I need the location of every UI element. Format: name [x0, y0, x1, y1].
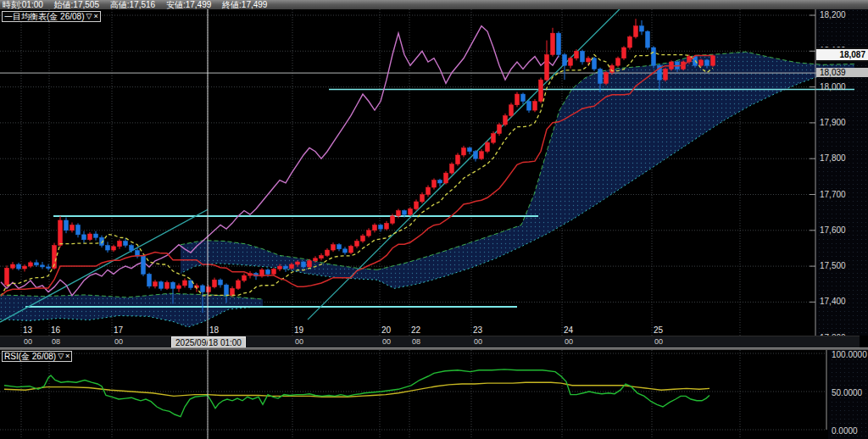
rsi-chart-canvas[interactable]	[0, 350, 868, 439]
collapse-icon[interactable]: ▽	[86, 12, 92, 21]
rsi-label-text: RSI(金 26/08)	[4, 352, 56, 361]
time-label: 00	[474, 337, 482, 346]
rsi-axis-label: 50.0000	[832, 388, 867, 397]
date-label: 24	[564, 325, 574, 335]
date-label: 20	[381, 325, 392, 335]
price-axis-label: 18,000	[816, 82, 867, 92]
info-open: 始値:17,505	[54, 0, 99, 9]
crosshair-strip-segment	[208, 336, 209, 348]
time-label: 08	[412, 337, 420, 346]
rsi-axis-label: 100.0000	[832, 350, 867, 359]
time-axis-strip: 2025/09/18 01:00 000800000008000000	[0, 336, 860, 348]
info-close: 終値:17,499	[222, 0, 267, 9]
ichimoku-indicator-label: 一目均衡表(金 26/08) ▽ ×	[2, 11, 101, 22]
rsi-collapse-icon[interactable]: ▽	[58, 352, 64, 361]
rsi-indicator-label: RSI(金 26/08) ▽ ×	[2, 351, 72, 362]
price-axis-label: 17,400	[816, 297, 867, 306]
date-label: 22	[411, 325, 421, 335]
date-label: 17	[114, 325, 124, 335]
price-axis-label: 17,700	[816, 190, 867, 199]
date-label: 25	[654, 325, 664, 335]
rsi-axis-label: 0.0000	[832, 426, 867, 436]
time-label: 08	[52, 337, 60, 346]
time-label: 00	[295, 337, 303, 346]
info-time: 時刻:01:00	[3, 0, 43, 9]
trading-app-window: 時刻:01:00 始値:17,505 高値:17,516 安値:17,499 終…	[0, 0, 868, 439]
price-axis-label: 17,600	[816, 225, 867, 235]
current-price-badge: 18,087	[816, 47, 868, 62]
price-axis-label: 17,800	[816, 153, 867, 163]
date-label: 19	[294, 325, 304, 335]
price-axis-label: 17,900	[816, 118, 867, 127]
time-label: 00	[24, 337, 32, 346]
ichimoku-label-text: 一目均衡表(金 26/08)	[4, 12, 84, 21]
info-high: 高値:17,516	[110, 0, 155, 9]
info-low: 安値:17,499	[166, 0, 211, 9]
time-label: 00	[565, 337, 573, 346]
date-label: 23	[473, 325, 483, 335]
date-label: 16	[51, 325, 61, 335]
time-label: 00	[654, 337, 663, 346]
time-label: 00	[114, 337, 123, 346]
time-label: 00	[382, 337, 391, 346]
main-chart-canvas[interactable]: 13161718192022232425	[0, 9, 868, 336]
date-label: 13	[23, 325, 33, 335]
close-icon[interactable]: ×	[93, 12, 97, 21]
date-label: 18	[209, 325, 220, 335]
rsi-close-icon[interactable]: ×	[65, 352, 70, 361]
secondary-price-badge: 18,039	[816, 68, 868, 77]
price-axis-label: 17,500	[816, 261, 867, 270]
price-axis-label: 18,200	[816, 10, 867, 19]
